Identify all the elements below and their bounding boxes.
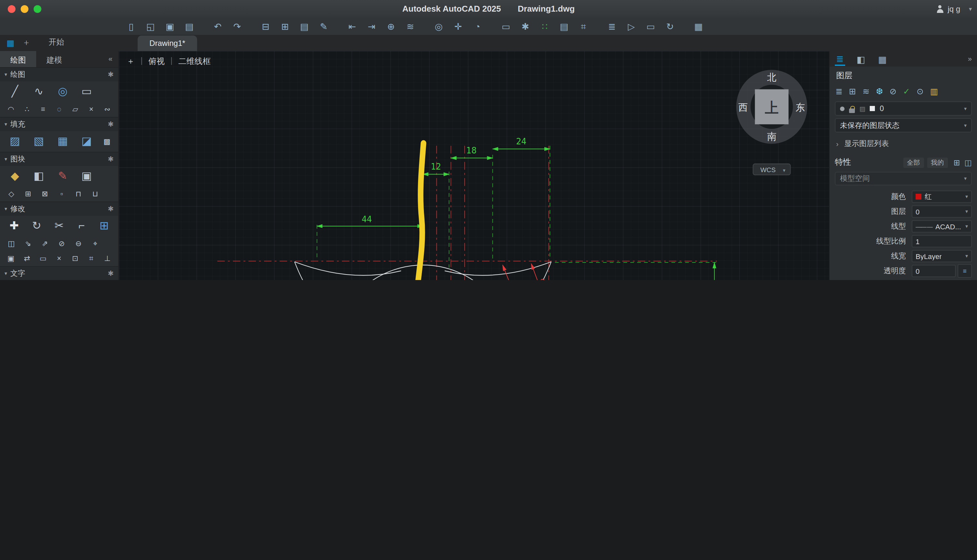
panel-settings-icon[interactable]: ✱ (108, 205, 114, 213)
new-layer-icon[interactable]: ⊞ (849, 87, 856, 96)
screen-icon[interactable]: ▭ (644, 19, 658, 33)
new-tab-icon[interactable]: ＋ (22, 37, 31, 48)
property-dropdown[interactable]: 0▾ (912, 205, 972, 218)
write-block-tool[interactable]: ▣ (77, 168, 96, 185)
layer-off-icon[interactable]: ⊘ (889, 87, 897, 96)
grip-edit-tool[interactable]: ⌖ (89, 238, 102, 249)
visual-style-button[interactable]: 二维线框 (178, 56, 211, 67)
blend-curves-tool[interactable]: ⌗ (86, 253, 97, 264)
set-base-point-tool[interactable]: ▫ (55, 188, 68, 200)
zoom-icon[interactable]: ◎ (432, 19, 446, 33)
filter-all-button[interactable]: 全部 (903, 157, 924, 168)
fillet-tool[interactable]: ⌐ (73, 218, 91, 235)
import-icon[interactable]: ⇤ (345, 19, 359, 33)
compass-south[interactable]: 南 (767, 131, 776, 142)
collaborate-icon[interactable]: ∷ (538, 19, 552, 33)
mirror-tool[interactable]: ◫ (5, 238, 17, 249)
join-tool[interactable]: × (53, 253, 65, 264)
palette-section-header[interactable]: ▾图块✱ (0, 152, 118, 166)
palette-section-header[interactable]: ▾文字✱ (0, 266, 118, 280)
panel-settings-icon[interactable]: ✱ (108, 269, 114, 278)
layer-isolate-icon[interactable]: ⊙ (917, 87, 924, 96)
sheet-set-icon[interactable]: ▤ (557, 19, 571, 33)
property-input[interactable]: 0 (912, 265, 956, 277)
freeze-layer-icon[interactable]: ❆ (876, 87, 883, 96)
plot-edit-icon[interactable]: ✎ (317, 19, 331, 33)
edit-attribute-tool[interactable]: ⊓ (72, 188, 85, 200)
match-properties-icon[interactable]: ⊞ (954, 158, 960, 167)
current-layer-dropdown[interactable]: ▨ 0 ▾ (835, 102, 972, 116)
sync-attributes-tool[interactable]: ⊠ (39, 188, 51, 200)
rectangle-tool[interactable]: ▭ (77, 83, 96, 100)
sync-settings-icon[interactable]: ✱ (518, 19, 532, 33)
move-tool[interactable]: ✚ (5, 218, 23, 235)
refresh-icon[interactable]: ↻ (663, 19, 677, 33)
user-account-button[interactable]: jq g (936, 4, 960, 13)
boundary-hatch-tool[interactable]: ◪ (77, 133, 96, 150)
view-direction-button[interactable]: 俯视 (148, 56, 165, 67)
tab-overview-icon[interactable]: ▦ (7, 38, 15, 47)
maximize-window-button[interactable] (33, 5, 42, 13)
layer-properties-icon[interactable]: ≣ (835, 87, 843, 96)
attach-reference-icon[interactable]: ⊕ (384, 19, 398, 33)
quick-calc-icon[interactable]: ▦ (691, 19, 705, 33)
collapse-palette-icon[interactable]: « (108, 51, 118, 67)
property-input[interactable]: 1 (912, 235, 972, 247)
compass-east[interactable]: 东 (796, 102, 805, 113)
page-setup-icon[interactable]: ▤ (297, 19, 312, 33)
space-selector[interactable]: 模型空间 ▾ (835, 172, 972, 185)
export-icon[interactable]: ⇥ (364, 19, 378, 33)
hatch-tool[interactable]: ▨ (5, 133, 25, 150)
edit-polyline-tool[interactable]: ⊥ (102, 253, 113, 264)
print-icon[interactable]: ⊟ (258, 19, 273, 33)
minimize-window-button[interactable] (21, 5, 28, 13)
layer-lock-icon[interactable] (849, 108, 855, 113)
share-drawing-icon[interactable]: ▷ (624, 19, 639, 33)
tab-sheet-icon[interactable]: ▦ (877, 52, 888, 65)
chevron-down-icon[interactable]: ▾ (969, 5, 972, 12)
block-icon-tool[interactable]: ⊔ (89, 188, 102, 200)
open-file-icon[interactable]: ◱ (143, 19, 158, 33)
redo-icon[interactable]: ↷ (230, 19, 244, 33)
wcs-selector[interactable]: WCS ▾ (753, 164, 790, 175)
new-file-icon[interactable]: ▯ (124, 19, 138, 33)
layer-states-icon[interactable]: ≋ (863, 87, 870, 96)
polygon-tool[interactable]: ▱ (70, 104, 81, 115)
panel-settings-icon[interactable]: ✱ (108, 70, 114, 79)
spline-tool[interactable]: ∾ (102, 104, 113, 115)
tab-layers-icon[interactable]: ≣ (835, 52, 845, 66)
layer-freeze-icon[interactable]: ▨ (859, 105, 865, 112)
show-layer-list-button[interactable]: › 显示图层列表 (830, 135, 977, 152)
define-attribute-tool[interactable]: ◇ (5, 188, 17, 200)
palette-tab-draw[interactable]: 绘图 (0, 51, 36, 67)
compass-north[interactable]: 北 (767, 72, 776, 83)
plot-preview-icon[interactable]: ⊞ (278, 19, 292, 33)
save-as-icon[interactable]: ▤ (182, 19, 197, 33)
property-dropdown[interactable]: Standard▾ (912, 280, 972, 280)
cat-face-geometry[interactable] (295, 262, 551, 280)
panel-dock-icon[interactable]: ◫ (964, 158, 972, 167)
viewport-menu-button[interactable]: ＋ (127, 56, 135, 67)
property-dropdown[interactable]: 红▾ (912, 190, 972, 203)
palette-section-header[interactable]: ▾修改✱ (0, 202, 118, 216)
chamfer-tool[interactable]: ⊡ (70, 253, 81, 264)
palette-section-header[interactable]: ▾填充✱ (0, 117, 118, 131)
compass-west[interactable]: 西 (738, 102, 748, 113)
transparency-slider-button[interactable]: ≡ (958, 264, 972, 278)
orbit-icon[interactable]: ◔ (470, 19, 485, 33)
explode-tool[interactable]: ▣ (5, 253, 17, 264)
erase-tool[interactable]: ⊘ (55, 238, 68, 249)
multiline-tool[interactable]: ≡ (37, 104, 49, 115)
line-tool[interactable]: ╱ (5, 83, 25, 100)
insert-block-tool[interactable]: ◆ (5, 168, 25, 185)
pan-icon[interactable]: ✛ (451, 19, 465, 33)
tab-properties-icon[interactable]: ◧ (855, 52, 866, 65)
model-space[interactable]: 44 12 18 24 42 37 23 22 11 (119, 51, 829, 280)
close-window-button[interactable] (8, 5, 15, 13)
ellipse-tool[interactable]: ◌ (53, 104, 65, 115)
save-icon[interactable]: ▣ (163, 19, 177, 33)
panel-settings-icon[interactable]: ✱ (108, 120, 114, 128)
panel-overflow-icon[interactable]: » (968, 55, 972, 63)
palette-section-header[interactable]: ▾绘图✱ (0, 67, 118, 82)
construction-line-tool[interactable]: × (86, 104, 97, 115)
